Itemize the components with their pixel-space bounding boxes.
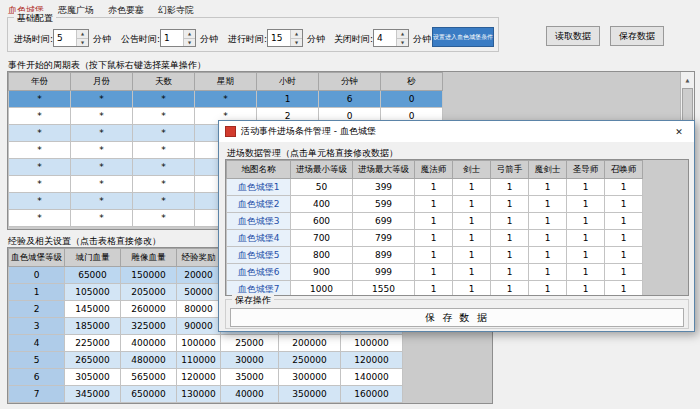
table-cell[interactable]: 1 (605, 281, 643, 297)
column-header[interactable]: 进场最大等级 (353, 161, 415, 179)
table-cell[interactable]: * (9, 210, 71, 227)
table-cell[interactable]: 3 (9, 318, 65, 335)
table-cell[interactable]: * (9, 176, 71, 193)
table-cell[interactable]: 1 (453, 230, 491, 247)
table-cell[interactable]: 30000 (221, 352, 279, 369)
notice-time-input[interactable] (161, 30, 183, 46)
table-cell[interactable]: * (133, 125, 195, 142)
table-cell[interactable]: 200000 (279, 335, 341, 352)
column-header[interactable]: 圣导师 (567, 161, 605, 179)
table-cell[interactable]: 5 (9, 352, 65, 369)
table-cell[interactable]: 1 (415, 281, 453, 297)
column-header[interactable]: 地图名称 (227, 161, 291, 179)
column-header[interactable]: 经验奖励 (177, 249, 221, 267)
table-cell[interactable]: 2 (9, 301, 65, 318)
table-cell[interactable]: 90000 (177, 318, 221, 335)
spin-down-icon[interactable]: ▼ (77, 39, 88, 47)
table-cell[interactable]: * (71, 91, 133, 108)
column-header[interactable]: 分钟 (319, 73, 381, 91)
table-cell[interactable]: 799 (353, 230, 415, 247)
table-cell[interactable]: 1 (453, 179, 491, 196)
table-cell[interactable]: 150000 (121, 267, 177, 284)
table-cell[interactable]: 80000 (177, 301, 221, 318)
table-cell[interactable]: * (9, 193, 71, 210)
table-cell[interactable]: 1 (605, 230, 643, 247)
table-cell[interactable]: 1550 (353, 281, 415, 297)
table-row[interactable]: 血色城堡710001550111111 (227, 281, 643, 297)
table-cell[interactable]: 1 (567, 179, 605, 196)
table-cell[interactable]: 325000 (121, 318, 177, 335)
table-row[interactable]: 血色城堡5800899111111 (227, 247, 643, 264)
table-cell[interactable]: * (133, 91, 195, 108)
spin-down-icon[interactable]: ▼ (184, 39, 195, 47)
table-cell[interactable]: 1 (529, 213, 567, 230)
table-cell[interactable]: 600 (291, 213, 353, 230)
table-cell[interactable]: 50 (291, 179, 353, 196)
table-cell[interactable]: 1 (605, 247, 643, 264)
dialog-save-data-button[interactable]: 保 存 数 据 (230, 308, 684, 327)
table-cell[interactable]: * (9, 142, 71, 159)
spin-down-icon[interactable]: ▼ (291, 39, 302, 47)
table-cell[interactable]: * (71, 159, 133, 176)
table-cell[interactable]: 1 (567, 281, 605, 297)
table-cell[interactable]: 50000 (177, 284, 221, 301)
spin-up-icon[interactable]: ▲ (291, 30, 302, 39)
table-cell[interactable]: 480000 (121, 352, 177, 369)
table-cell[interactable]: 1 (529, 281, 567, 297)
table-cell[interactable]: * (9, 159, 71, 176)
table-cell[interactable]: * (9, 125, 71, 142)
tab-devil-square[interactable]: 恶魔广场 (58, 4, 94, 17)
table-cell[interactable]: * (133, 193, 195, 210)
table-cell[interactable]: 1 (605, 264, 643, 281)
table-cell[interactable]: * (195, 91, 257, 108)
table-cell[interactable]: * (133, 210, 195, 227)
table-row[interactable]: 734500065000013000040000350000160000 (9, 386, 403, 403)
table-cell[interactable]: 40000 (221, 386, 279, 403)
table-cell[interactable]: 145000 (65, 301, 121, 318)
table-cell[interactable]: 1 (453, 196, 491, 213)
table-row[interactable]: 422500040000010000025000200000100000 (9, 335, 403, 352)
table-cell[interactable]: 血色城堡6 (227, 264, 291, 281)
table-cell[interactable]: 6 (9, 369, 65, 386)
table-cell[interactable]: 1 (567, 247, 605, 264)
table-cell[interactable]: 0 (9, 267, 65, 284)
table-cell[interactable]: 65000 (65, 267, 121, 284)
dialog-titlebar[interactable]: 活动事件进场条件管理 - 血色城堡 ✕ (219, 121, 694, 142)
table-cell[interactable]: 260000 (121, 301, 177, 318)
table-cell[interactable]: 1 (491, 281, 529, 297)
table-cell[interactable]: 1 (567, 196, 605, 213)
table-cell[interactable]: 血色城堡1 (227, 179, 291, 196)
table-cell[interactable]: * (71, 210, 133, 227)
table-cell[interactable]: 1 (9, 284, 65, 301)
table-cell[interactable]: 1 (567, 213, 605, 230)
table-cell[interactable]: 250000 (279, 352, 341, 369)
table-cell[interactable]: 205000 (121, 284, 177, 301)
column-header[interactable]: 弓箭手 (491, 161, 529, 179)
table-cell[interactable]: 1 (415, 196, 453, 213)
column-header[interactable]: 天数 (133, 73, 195, 91)
table-cell[interactable]: 400 (291, 196, 353, 213)
table-cell[interactable]: 700 (291, 230, 353, 247)
table-cell[interactable]: 225000 (65, 335, 121, 352)
table-cell[interactable]: 140000 (341, 369, 403, 386)
table-cell[interactable]: 6 (319, 91, 381, 108)
table-cell[interactable]: 4 (9, 335, 65, 352)
entry-time-spinner[interactable]: ▲ ▼ (53, 29, 89, 47)
table-cell[interactable]: 130000 (177, 386, 221, 403)
table-cell[interactable]: 100000 (177, 335, 221, 352)
table-cell[interactable]: 血色城堡3 (227, 213, 291, 230)
column-header[interactable]: 雕像血量 (121, 249, 177, 267)
entry-time-input[interactable] (54, 30, 76, 46)
read-data-button[interactable]: 读取数据 (546, 26, 600, 46)
table-cell[interactable]: 血色城堡5 (227, 247, 291, 264)
column-header[interactable]: 星期 (195, 73, 257, 91)
table-cell[interactable]: 1 (415, 264, 453, 281)
table-cell[interactable]: 100000 (341, 335, 403, 352)
table-cell[interactable]: 999 (353, 264, 415, 281)
table-cell[interactable]: 1 (415, 247, 453, 264)
table-cell[interactable]: 1 (605, 196, 643, 213)
run-time-spinner[interactable]: ▲ ▼ (267, 29, 303, 47)
table-cell[interactable]: 1 (567, 230, 605, 247)
notice-time-spinner[interactable]: ▲ ▼ (160, 29, 196, 47)
table-row[interactable]: 血色城堡150399111111 (227, 179, 643, 196)
